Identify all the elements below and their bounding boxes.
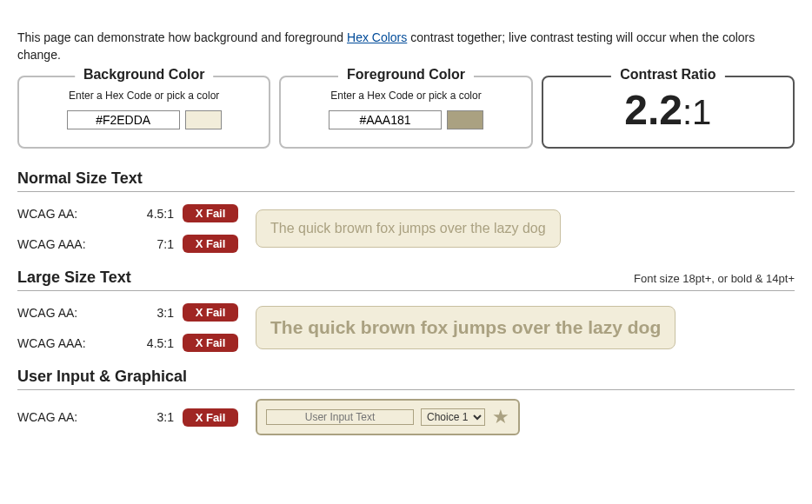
- ratio-suffix: :1: [682, 93, 711, 131]
- large-heading: Large Size Text: [17, 269, 131, 287]
- star-icon: ★: [492, 408, 509, 427]
- foreground-legend: Foreground Color: [338, 67, 474, 83]
- ui-aa-req: 3:1: [122, 410, 183, 424]
- normal-aa-label: WCAG AA:: [17, 207, 122, 221]
- normal-sample-box: The quick brown fox jumps over the lazy …: [256, 209, 561, 248]
- large-note: Font size 18pt+, or bold & 14pt+: [634, 272, 795, 285]
- large-aa-req: 3:1: [122, 306, 183, 320]
- ratio-main: 2.2: [624, 87, 682, 133]
- ui-sample-box: Choice 1 ★: [256, 399, 520, 435]
- large-text-section: Large Size Text Font size 18pt+, or bold…: [17, 269, 795, 355]
- large-sample-box: The quick brown fox jumps over the lazy …: [256, 306, 676, 349]
- background-hex-input[interactable]: [67, 110, 180, 129]
- ui-heading: User Input & Graphical: [17, 368, 187, 386]
- large-aa-result: X Fail: [183, 303, 238, 322]
- normal-aaa-req: 7:1: [122, 237, 183, 251]
- contrast-ratio-fieldset: Contrast Ratio 2.2:1: [542, 76, 795, 149]
- intro-text: This page can demonstrate how background…: [17, 30, 795, 63]
- ui-aa-result: X Fail: [183, 408, 238, 427]
- ui-aa-label: WCAG AA:: [17, 410, 122, 424]
- large-aa-label: WCAG AA:: [17, 306, 122, 320]
- large-aaa-label: WCAG AAA:: [17, 336, 122, 350]
- hex-colors-link[interactable]: Hex Colors: [347, 30, 407, 44]
- foreground-swatch[interactable]: [447, 110, 483, 129]
- normal-aaa-label: WCAG AAA:: [17, 237, 122, 251]
- large-aaa-result: X Fail: [183, 334, 238, 352]
- normal-text-section: Normal Size Text WCAG AA: 4.5:1 X Fail W…: [17, 169, 795, 256]
- background-hint: Enter a Hex Code or pick a color: [35, 90, 253, 102]
- ui-section: User Input & Graphical WCAG AA: 3:1 X Fa…: [17, 368, 795, 435]
- background-legend: Background Color: [75, 67, 214, 83]
- background-color-fieldset: Background Color Enter a Hex Code or pic…: [17, 76, 270, 149]
- normal-aaa-result: X Fail: [183, 235, 238, 253]
- ui-sample-select[interactable]: Choice 1: [421, 408, 485, 426]
- foreground-hint: Enter a Hex Code or pick a color: [296, 90, 515, 102]
- foreground-hex-input[interactable]: [329, 110, 442, 129]
- ui-sample-input[interactable]: [266, 409, 414, 425]
- normal-aa-req: 4.5:1: [122, 207, 183, 221]
- contrast-ratio-legend: Contrast Ratio: [611, 67, 724, 83]
- contrast-ratio-value: 2.2:1: [559, 86, 777, 133]
- intro-before: This page can demonstrate how background…: [17, 30, 347, 44]
- background-swatch[interactable]: [185, 110, 222, 129]
- foreground-color-fieldset: Foreground Color Enter a Hex Code or pic…: [279, 76, 532, 149]
- normal-aa-result: X Fail: [183, 204, 238, 222]
- large-aaa-req: 4.5:1: [122, 336, 183, 350]
- normal-heading: Normal Size Text: [17, 169, 143, 188]
